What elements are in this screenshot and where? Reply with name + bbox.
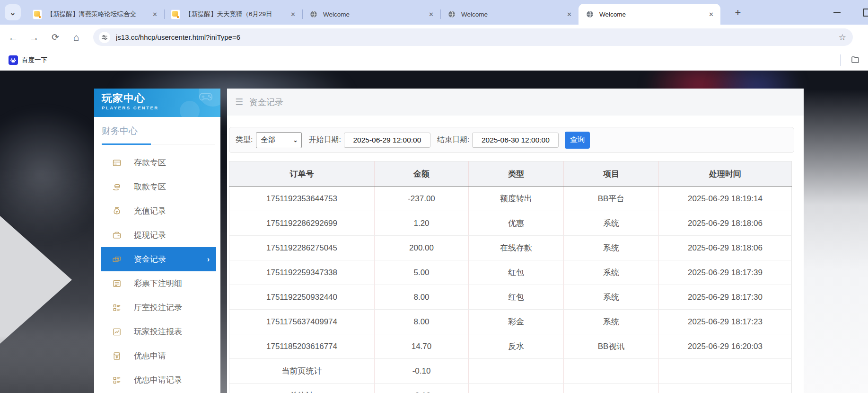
hamburger-menu-icon[interactable]: ☰ — [235, 97, 243, 107]
tab-title: Welcome — [461, 11, 561, 18]
sidebar-item-label: 存款专区 — [134, 157, 166, 168]
finance-center-heading: 财务中心 — [102, 125, 213, 137]
browser-tab[interactable]: Welcome ✕ — [302, 4, 440, 25]
type-select[interactable]: 全部 ⌄ — [256, 132, 302, 148]
table-row: 175118520361677414.70反水BB视讯2025-06-29 16… — [229, 334, 792, 359]
home-button[interactable]: ⌂ — [67, 25, 86, 50]
tab-close-icon[interactable]: ✕ — [707, 10, 716, 19]
table-cell: 额度转出 — [469, 187, 564, 211]
start-date-input[interactable] — [344, 133, 430, 148]
table-cell — [659, 384, 792, 393]
address-bar[interactable]: js13.cc/hhcp/usercenter.html?iniType=6 ☆ — [93, 28, 853, 46]
sidebar-item[interactable]: 提现记录 — [101, 223, 216, 247]
query-button[interactable]: 查询 — [565, 132, 590, 149]
tab-title: 【新提醒】天天竞猜（6月29日 — [185, 10, 285, 18]
bookmarks-folder-icon[interactable] — [850, 55, 860, 66]
browser-tab-bar: ⌄ 【新提醒】海燕策略论坛综合交 ✕ 【新提醒】天天竞猜（6月29日 ✕ Wel… — [0, 0, 868, 25]
reload-button[interactable]: ⟳ — [46, 25, 65, 50]
table-cell: BB视讯 — [564, 334, 659, 359]
sidebar-item-label: 提现记录 — [134, 230, 166, 241]
sidebar-item[interactable]: 资金记录 › — [101, 247, 216, 271]
tab-close-icon[interactable]: ✕ — [565, 10, 574, 19]
tab-search-button[interactable]: ⌄ — [5, 4, 21, 20]
window-maximize-button[interactable] — [863, 9, 868, 17]
wallet-icon — [112, 231, 122, 240]
page-title: 资金记录 — [249, 97, 283, 108]
browser-tab[interactable]: 【新提醒】天天竞猜（6月29日 ✕ — [164, 4, 302, 25]
table-cell: 在线存款 — [469, 236, 564, 260]
window-minimize-button[interactable] — [833, 12, 841, 13]
new-tab-button[interactable]: + — [731, 6, 745, 19]
bookmarks-bar: 百度一下 — [0, 50, 868, 71]
sidebar-item[interactable]: 玩家投注报表 — [101, 320, 216, 344]
sidebar-item[interactable]: 彩票下注明细 — [101, 271, 216, 295]
tab-title: Welcome — [323, 11, 423, 18]
browser-tab[interactable]: 【新提醒】海燕策略论坛综合交 ✕ — [26, 4, 164, 25]
sidebar-item-label: 优惠申请记录 — [134, 375, 182, 385]
background-right-fade — [799, 89, 868, 393]
table-cell — [469, 359, 564, 384]
table-cell: 1.20 — [375, 211, 469, 236]
forum-doc-icon — [171, 9, 180, 19]
table-row: 1751192353644753-237.00额度转出BB平台2025-06-2… — [229, 187, 792, 211]
banknotes-icon — [112, 255, 122, 264]
table-cell: 2025-06-29 18:17:23 — [659, 310, 792, 334]
background-left-bottom-shade — [0, 336, 95, 393]
tab-close-icon[interactable]: ✕ — [150, 10, 159, 19]
sidebar-item[interactable]: 优惠申请 — [101, 344, 216, 368]
sidebar-item[interactable]: 优惠申请记录 — [101, 368, 216, 392]
home-icon: ⌂ — [73, 32, 79, 43]
type-label: 类型: — [236, 135, 253, 145]
chart-icon — [112, 327, 122, 337]
players-center-subtitle: PLAYERS CENTER — [102, 105, 220, 110]
end-date-input[interactable] — [472, 133, 559, 148]
withdraw-hand-icon — [112, 182, 122, 192]
forum-doc-icon — [33, 9, 42, 19]
url-text[interactable]: js13.cc/hhcp/usercenter.html?iniType=6 — [116, 33, 839, 41]
deposit-card-icon — [112, 158, 122, 168]
list-check-icon — [112, 375, 122, 385]
site-info-button[interactable] — [99, 32, 110, 43]
table-cell: 5.00 — [375, 260, 469, 285]
browser-toolbar: ← → ⟳ ⌂ js13.cc/hhcp/usercenter.html?ini… — [0, 25, 868, 50]
table-cell: -237.00 — [375, 187, 469, 211]
table-cell: 红包 — [469, 285, 564, 310]
table-cell: 系统 — [564, 211, 659, 236]
red-packet-icon — [112, 351, 122, 361]
select-arrow-icon: ⌄ — [293, 137, 298, 143]
table-row: 当前页统计-0.10 — [229, 359, 792, 384]
column-header: 类型 — [469, 161, 564, 187]
tune-icon — [101, 34, 108, 41]
tab-close-icon[interactable]: ✕ — [427, 10, 436, 19]
sidebar-item[interactable]: 存款专区 — [101, 151, 216, 175]
section-divider — [102, 143, 215, 145]
end-date-label: 结束日期: — [437, 135, 469, 145]
chevron-right-icon: › — [207, 255, 210, 264]
tab-title: Welcome — [599, 11, 703, 18]
back-button[interactable]: ← — [4, 25, 23, 50]
sidebar-item-label: 玩家投注报表 — [134, 326, 182, 337]
table-cell: 8.00 — [375, 310, 469, 334]
sidebar-menu: 存款专区 取款专区 充值记录 提现记录 资金记录 › 彩票下注明细 厅室投注记录 — [94, 151, 220, 392]
table-cell: 系统 — [564, 310, 659, 334]
table-body: 1751192353644753-237.00额度转出BB平台2025-06-2… — [229, 187, 792, 393]
tab-close-icon[interactable]: ✕ — [289, 10, 298, 19]
browser-tab[interactable]: Welcome ✕ — [579, 4, 720, 25]
filter-bar: 类型: 全部 ⌄ 开始日期: 结束日期: 查询 — [229, 127, 794, 153]
sidebar-item[interactable]: 厅室投注记录 — [101, 295, 216, 320]
forward-button[interactable]: → — [25, 25, 44, 50]
column-header: 订单号 — [229, 161, 375, 187]
table-cell: 2025-06-29 16:20:03 — [659, 334, 792, 359]
list-check-icon — [112, 303, 122, 313]
webpage-background: 玩家中心 PLAYERS CENTER 财务中心 存款专区 取款专区 充值记录 … — [0, 71, 868, 393]
table-cell: -0.10 — [375, 359, 469, 384]
banner-decor-circle — [180, 101, 200, 117]
bookmark-star-icon[interactable]: ☆ — [839, 32, 846, 43]
chevron-down-icon: ⌄ — [9, 8, 16, 17]
browser-tab[interactable]: Welcome ✕ — [440, 4, 579, 25]
table-cell: 1751192259347338 — [229, 260, 375, 285]
sidebar-item[interactable]: 充值记录 — [101, 199, 216, 223]
bookmark-item-baidu[interactable]: 百度一下 — [5, 53, 51, 67]
sidebar-item[interactable]: 取款专区 — [101, 175, 216, 199]
start-date-label: 开始日期: — [308, 135, 341, 145]
